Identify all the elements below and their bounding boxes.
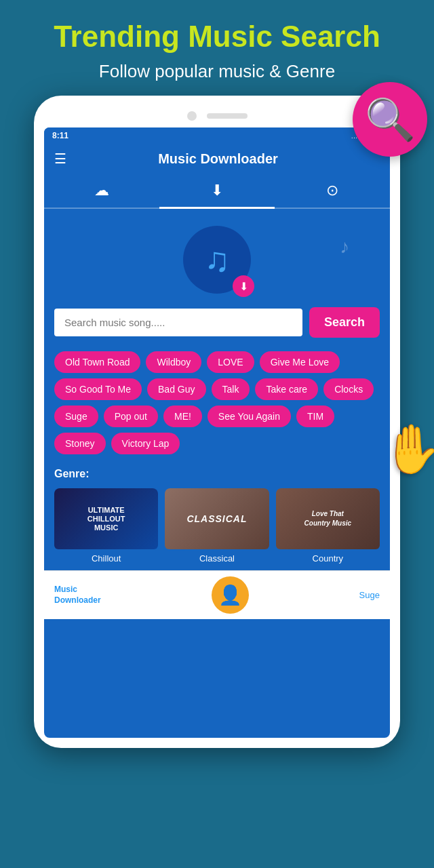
search-input[interactable] [54,309,302,336]
classical-text: CLASSICAL [186,513,247,524]
tag-bad-guy[interactable]: Bad Guy [147,378,205,400]
phone-frame: 8:11 ... 📶 🔋 ☰ Music Downloader ☁ ⬇ [34,96,400,748]
search-area: Search [44,307,390,348]
tag-old-town-road[interactable]: Old Town Road [54,351,140,373]
cloud-icon: ☁ [94,182,109,199]
bottom-nav-music-downloader-line2: Downloader [54,595,101,606]
tab-cloud[interactable]: ☁ [44,174,159,208]
music-note-decorative: ♪ [340,236,349,258]
genre-section: Genre: ULTIMATECHILLOUTMUSIC Chillout CL… [44,461,390,570]
tag-me[interactable]: ME! [163,406,202,427]
bottom-nav-left[interactable]: Music Downloader [54,585,101,606]
page-subtitle: Follow popular music & Genre [20,61,414,82]
tag-pop-out[interactable]: Pop out [104,406,158,427]
bottom-nav-avatar[interactable]: 👤 [212,576,249,614]
genre-image-classical: CLASSICAL [165,488,269,549]
tags-area: Old Town Road Wildboy LOVE Give Me Love … [44,348,390,461]
genre-label-classical: Classical [165,553,269,564]
tag-suge[interactable]: Suge [54,406,98,427]
hamburger-icon[interactable]: ☰ [54,151,66,167]
genre-image-chillout: ULTIMATECHILLOUTMUSIC [54,488,158,549]
phone-top-bar [44,106,390,127]
tag-wildboy[interactable]: Wildboy [146,351,201,373]
tag-so-good-to-me[interactable]: So Good To Me [54,378,142,400]
genre-card-chillout[interactable]: ULTIMATECHILLOUTMUSIC Chillout [54,488,158,564]
download-icon: ⬇ [211,182,223,199]
genre-label-chillout: Chillout [54,553,158,564]
tag-clocks[interactable]: Clocks [323,378,374,400]
genre-label-country: Country [276,553,380,564]
tag-tim[interactable]: TIM [296,406,334,427]
genre-grid: ULTIMATECHILLOUTMUSIC Chillout CLASSICAL… [54,488,380,564]
download-arrow-icon: ⬇ [239,280,248,293]
chillout-text: ULTIMATECHILLOUTMUSIC [87,506,125,533]
tag-stoney[interactable]: Stoney [54,433,106,454]
app-header: ☰ Music Downloader [44,144,390,174]
bottom-nav-music-downloader-line1: Music [54,585,101,595]
magnifier-icon: 🔍 [365,96,416,144]
tag-talk[interactable]: Talk [212,378,250,400]
tag-see-you-again[interactable]: See You Again [208,406,291,427]
tab-bar: ☁ ⬇ ⊙ [44,174,390,209]
bottom-nav-right[interactable]: Suge [359,590,380,600]
tag-love[interactable]: LOVE [207,351,254,373]
country-text: Love ThatCountry Music [304,509,351,528]
bottom-nav: Music Downloader 👤 Suge [44,570,390,619]
phone-camera [187,111,197,121]
genre-card-classical[interactable]: CLASSICAL Classical [165,488,269,564]
music-circle: ♫ ⬇ [183,226,251,294]
page-title: Trending Music Search [20,20,414,53]
music-circle-icon: ⊙ [326,182,338,199]
tag-give-me-love[interactable]: Give Me Love [260,351,340,373]
search-bubble-icon[interactable]: 🔍 [353,82,427,157]
music-icon-area: ♪ ♫ ⬇ [44,209,390,307]
tab-music[interactable]: ⊙ [275,174,390,208]
app-title: Music Downloader [77,151,359,167]
search-button[interactable]: Search [309,307,380,338]
genre-title: Genre: [54,468,380,480]
tab-download[interactable]: ⬇ [159,174,275,208]
hand-pointer-icon: 🤚 [382,421,434,477]
tag-take-care[interactable]: Take care [255,378,318,400]
download-badge: ⬇ [233,275,254,297]
status-bar: 8:11 ... 📶 🔋 [44,127,390,144]
status-time: 8:11 [52,131,68,140]
phone-speaker [207,113,248,119]
avatar-emoji: 👤 [218,584,242,606]
music-note-icon: ♫ [204,240,230,279]
tag-victory-lap[interactable]: Victory Lap [111,433,180,454]
genre-card-country[interactable]: Love ThatCountry Music Country [276,488,380,564]
genre-image-country: Love ThatCountry Music [276,488,380,549]
phone-screen: 8:11 ... 📶 🔋 ☰ Music Downloader ☁ ⬇ [44,127,390,738]
